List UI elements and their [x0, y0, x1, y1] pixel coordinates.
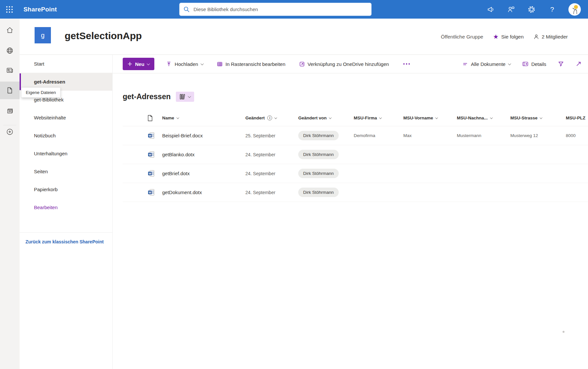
news-icon: [6, 67, 14, 74]
add-shortcut-icon: [299, 61, 305, 67]
expand-button[interactable]: [574, 61, 583, 67]
file-name[interactable]: Beispiel-Brief.docx: [162, 133, 245, 138]
view-selector-button[interactable]: Alle Dokumente: [460, 61, 513, 67]
onedrive-shortcut-label: Verknüpfung zu OneDrive hinzufügen: [308, 61, 389, 67]
chevron-down-icon: [188, 95, 191, 98]
sidebar-edit-link[interactable]: Bearbeiten: [20, 198, 112, 216]
file-name[interactable]: getBlanko.dotx: [162, 152, 245, 157]
column-msu-nachname[interactable]: MSU-Nachna...: [457, 115, 510, 120]
avatar-image: [569, 4, 580, 15]
settings-button[interactable]: [527, 5, 536, 14]
document-list: get-Adressen: [113, 73, 588, 369]
table-row[interactable]: W Beispiel-Brief.docx 25. September Dirk…: [123, 126, 588, 145]
more-commands-button[interactable]: [401, 63, 412, 65]
column-name[interactable]: Name: [162, 115, 245, 120]
upload-icon: [166, 61, 172, 67]
search-icon: [183, 6, 190, 12]
chevron-down-icon: [177, 116, 179, 119]
grid-edit-button[interactable]: In Rasteransicht bearbeiten: [215, 61, 287, 67]
expand-diagonal-icon: [576, 61, 581, 67]
sidebar-item-seiten[interactable]: Seiten: [20, 162, 112, 180]
chevron-down-icon: [274, 116, 277, 119]
column-msu-vorname[interactable]: MSU-Vorname: [403, 115, 457, 120]
file-icon: [147, 115, 153, 121]
books-icon: [179, 94, 185, 100]
help-button[interactable]: [548, 5, 556, 14]
person-pill[interactable]: Dirk Stöhrmann: [298, 169, 339, 178]
column-modified-by[interactable]: Geändert von: [298, 115, 354, 120]
rail-documents-button[interactable]: [0, 82, 20, 99]
sidebar-item-label: Start: [34, 61, 44, 67]
new-button[interactable]: Neu: [123, 58, 154, 70]
rail-sites-button[interactable]: [0, 42, 20, 59]
sidebar-item-label: get-Bibliothek: [34, 97, 64, 102]
person-feedback-icon: [507, 5, 515, 13]
table-row[interactable]: W getDokument.dotx 24. September Dirk St…: [123, 183, 588, 202]
rail-create-button[interactable]: [0, 123, 20, 141]
sidebar-item-label: Websiteinhalte: [34, 115, 66, 120]
table-row[interactable]: W getBlanko.dotx 24. September Dirk Stöh…: [123, 145, 588, 164]
site-logo[interactable]: g: [35, 27, 51, 43]
chevron-down-icon: [201, 62, 204, 65]
details-pane-button[interactable]: Details: [520, 61, 548, 67]
announcements-button[interactable]: [486, 5, 495, 14]
column-msu-firma[interactable]: MSU-Firma: [354, 115, 403, 120]
person-pill[interactable]: Dirk Stöhrmann: [298, 150, 339, 159]
library-view-pill-button[interactable]: [176, 92, 194, 102]
sidebar-item-label: Seiten: [34, 169, 48, 174]
topbar-actions: [486, 3, 581, 16]
file-name[interactable]: getBrief.dotx: [162, 171, 245, 176]
rail-home-button[interactable]: [0, 22, 20, 39]
globe-icon: [6, 47, 14, 54]
gear-icon: [527, 5, 536, 14]
sidebar-item-papierkorb[interactable]: Papierkorb: [20, 180, 112, 198]
details-pane-icon: [522, 61, 528, 67]
app-top-bar: SharePoint: [0, 0, 588, 19]
sidebar-item-websiteinhalte[interactable]: Websiteinhalte: [20, 109, 112, 127]
search-input[interactable]: [193, 6, 367, 12]
upload-label: Hochladen: [175, 61, 198, 67]
sidebar-item-label: Notizbuch: [34, 133, 56, 138]
sharepoint-brand[interactable]: SharePoint: [23, 6, 57, 13]
person-pill[interactable]: Dirk Stöhrmann: [298, 131, 339, 140]
table-row[interactable]: W getBrief.dotx 24. September Dirk Stöhr…: [123, 164, 588, 183]
file-name[interactable]: getDokument.dotx: [162, 190, 245, 195]
column-msu-plz[interactable]: MSU-PLZ: [566, 115, 588, 120]
msu-plz-value: 8000: [566, 133, 588, 138]
members-button[interactable]: 2 Mitglieder: [534, 34, 568, 40]
sidebar-item-notizbuch[interactable]: Notizbuch: [20, 127, 112, 145]
column-file-type[interactable]: [147, 115, 162, 121]
sidebar-item-unterhaltungen[interactable]: Unterhaltungen: [20, 145, 112, 162]
view-lines-icon: [462, 61, 468, 67]
chevron-down-icon: [147, 62, 150, 65]
account-avatar[interactable]: [568, 3, 581, 16]
plus-icon: [128, 62, 132, 66]
sidebar-nav: Start get-Adressen get-Bibliothek Websit…: [20, 55, 113, 369]
filter-button[interactable]: [556, 61, 566, 67]
follow-button[interactable]: ★ Sie folgen: [493, 34, 524, 40]
classic-sharepoint-link[interactable]: Zurück zum klassischen SharePoint: [20, 233, 112, 244]
modified-date: 24. September: [245, 152, 298, 157]
column-modified[interactable]: Geändert: [245, 115, 298, 120]
upload-button[interactable]: Hochladen: [164, 61, 205, 67]
app-launcher-button[interactable]: [0, 0, 19, 19]
onedrive-shortcut-button[interactable]: Verknüpfung zu OneDrive hinzufügen: [297, 61, 391, 67]
word-file-icon: W: [147, 132, 162, 139]
details-pane-label: Details: [531, 61, 546, 67]
tooltip-eigene-dateien: Eigene Dateien: [21, 87, 60, 98]
search-box[interactable]: [179, 3, 371, 16]
column-msu-strasse[interactable]: MSU-Strasse: [510, 115, 566, 120]
word-file-icon: W: [147, 151, 162, 158]
svg-text:W: W: [149, 134, 151, 137]
waffle-icon: [6, 6, 13, 13]
msu-vorname-value: Max: [403, 133, 457, 138]
rail-lists-button[interactable]: [0, 102, 20, 120]
chevron-down-icon: [379, 116, 382, 119]
feedback-button[interactable]: [507, 5, 515, 14]
sidebar-item-start[interactable]: Start: [20, 55, 112, 73]
word-file-icon: W: [147, 170, 162, 177]
rail-news-button[interactable]: [0, 62, 20, 79]
site-title: getSelectionApp: [65, 30, 142, 41]
modified-date: 25. September: [245, 133, 298, 138]
person-pill[interactable]: Dirk Stöhrmann: [298, 188, 339, 197]
